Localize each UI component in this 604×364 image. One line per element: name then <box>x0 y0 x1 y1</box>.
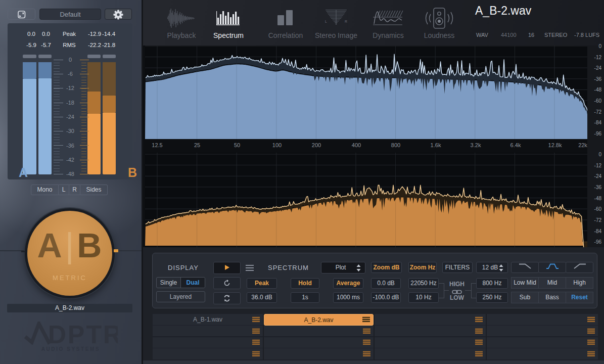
svg-text:DPTR: DPTR <box>48 322 118 345</box>
svg-text:R: R <box>345 20 347 23</box>
svg-text:L: L <box>325 20 327 23</box>
